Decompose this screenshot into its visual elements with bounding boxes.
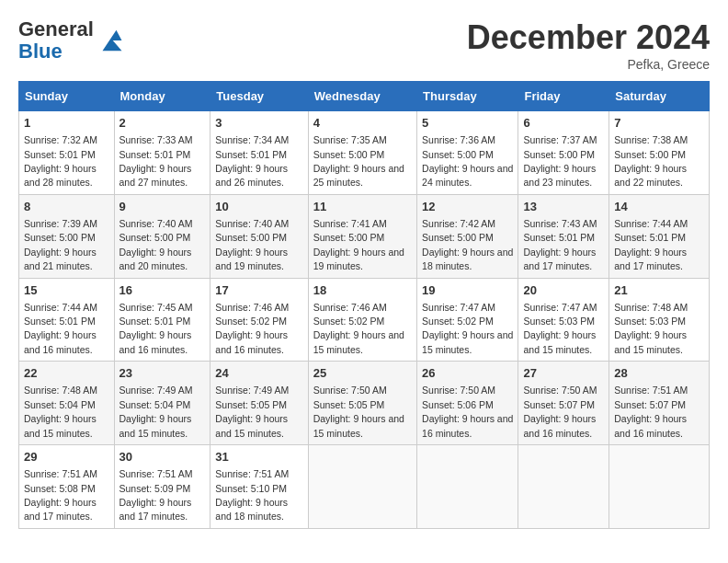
logo-blue-text: Blue: [18, 40, 63, 63]
day-number: 21: [614, 282, 704, 299]
calendar-cell: 2Sunrise: 7:33 AMSunset: 5:01 PMDaylight…: [114, 111, 210, 195]
calendar-week-row: 22Sunrise: 7:48 AMSunset: 5:04 PMDayligh…: [19, 362, 710, 445]
logo-general-text: General: [18, 17, 94, 40]
day-info: Sunrise: 7:47 AMSunset: 5:02 PMDaylight:…: [422, 302, 513, 355]
logo: General Blue: [18, 18, 123, 63]
day-number: 28: [614, 365, 704, 382]
day-number: 5: [422, 115, 513, 132]
day-info: Sunrise: 7:51 AMSunset: 5:10 PMDaylight:…: [215, 468, 289, 522]
day-number: 18: [313, 282, 412, 299]
day-info: Sunrise: 7:35 AMSunset: 5:00 PMDaylight:…: [313, 134, 404, 188]
day-number: 27: [523, 365, 604, 382]
day-info: Sunrise: 7:45 AMSunset: 5:01 PMDaylight:…: [119, 302, 193, 355]
day-info: Sunrise: 7:37 AMSunset: 5:00 PMDaylight:…: [523, 134, 597, 188]
calendar-cell: 20Sunrise: 7:47 AMSunset: 5:03 PMDayligh…: [518, 278, 609, 362]
day-number: 1: [24, 115, 109, 132]
day-number: 24: [215, 365, 302, 382]
day-info: Sunrise: 7:50 AMSunset: 5:05 PMDaylight:…: [313, 385, 404, 438]
calendar-cell: 11Sunrise: 7:41 AMSunset: 5:00 PMDayligh…: [308, 194, 416, 278]
calendar-cell: 9Sunrise: 7:40 AMSunset: 5:00 PMDaylight…: [114, 194, 210, 278]
col-sunday: Sunday: [19, 82, 115, 111]
calendar-week-row: 29Sunrise: 7:51 AMSunset: 5:08 PMDayligh…: [19, 445, 710, 529]
col-thursday: Thursday: [417, 82, 518, 111]
day-info: Sunrise: 7:46 AMSunset: 5:02 PMDaylight:…: [215, 302, 289, 355]
logo-icon: [96, 27, 123, 54]
calendar-week-row: 15Sunrise: 7:44 AMSunset: 5:01 PMDayligh…: [19, 278, 710, 362]
svg-marker-0: [102, 30, 121, 52]
day-number: 26: [422, 365, 513, 382]
calendar-cell: 17Sunrise: 7:46 AMSunset: 5:02 PMDayligh…: [210, 278, 308, 362]
col-wednesday: Wednesday: [308, 82, 416, 111]
calendar-cell: [308, 445, 416, 529]
day-info: Sunrise: 7:42 AMSunset: 5:00 PMDaylight:…: [422, 218, 513, 271]
col-tuesday: Tuesday: [210, 82, 308, 111]
calendar-cell: 30Sunrise: 7:51 AMSunset: 5:09 PMDayligh…: [114, 445, 210, 529]
day-number: 7: [614, 115, 704, 132]
day-info: Sunrise: 7:40 AMSunset: 5:00 PMDaylight:…: [215, 218, 289, 271]
day-info: Sunrise: 7:44 AMSunset: 5:01 PMDaylight:…: [614, 218, 688, 271]
calendar-cell: 5Sunrise: 7:36 AMSunset: 5:00 PMDaylight…: [417, 111, 518, 195]
day-number: 2: [119, 115, 206, 132]
day-info: Sunrise: 7:43 AMSunset: 5:01 PMDaylight:…: [523, 218, 597, 271]
calendar-cell: [609, 445, 710, 529]
day-number: 16: [119, 282, 206, 299]
calendar-cell: 3Sunrise: 7:34 AMSunset: 5:01 PMDaylight…: [210, 111, 308, 195]
day-info: Sunrise: 7:47 AMSunset: 5:03 PMDaylight:…: [523, 302, 597, 355]
day-number: 15: [24, 282, 109, 299]
calendar-cell: 10Sunrise: 7:40 AMSunset: 5:00 PMDayligh…: [210, 194, 308, 278]
day-number: 8: [24, 199, 109, 215]
col-saturday: Saturday: [609, 82, 710, 111]
day-info: Sunrise: 7:49 AMSunset: 5:04 PMDaylight:…: [119, 385, 193, 438]
day-info: Sunrise: 7:44 AMSunset: 5:01 PMDaylight:…: [24, 302, 97, 355]
day-number: 31: [215, 449, 302, 465]
day-info: Sunrise: 7:50 AMSunset: 5:07 PMDaylight:…: [523, 385, 597, 438]
day-number: 23: [119, 365, 206, 382]
month-year-title: December 2024: [467, 18, 710, 57]
day-info: Sunrise: 7:38 AMSunset: 5:00 PMDaylight:…: [614, 134, 688, 188]
day-number: 17: [215, 282, 302, 299]
calendar-cell: 12Sunrise: 7:42 AMSunset: 5:00 PMDayligh…: [417, 194, 518, 278]
day-info: Sunrise: 7:32 AMSunset: 5:01 PMDaylight:…: [24, 134, 97, 188]
calendar-cell: 6Sunrise: 7:37 AMSunset: 5:00 PMDaylight…: [518, 111, 609, 195]
calendar-cell: 29Sunrise: 7:51 AMSunset: 5:08 PMDayligh…: [19, 445, 115, 529]
day-info: Sunrise: 7:41 AMSunset: 5:00 PMDaylight:…: [313, 218, 404, 271]
calendar-cell: 27Sunrise: 7:50 AMSunset: 5:07 PMDayligh…: [518, 362, 609, 445]
calendar-cell: 1Sunrise: 7:32 AMSunset: 5:01 PMDaylight…: [19, 111, 115, 195]
day-number: 30: [119, 449, 206, 465]
calendar-cell: 7Sunrise: 7:38 AMSunset: 5:00 PMDaylight…: [609, 111, 710, 195]
day-number: 20: [523, 282, 604, 299]
day-number: 10: [215, 199, 302, 215]
day-number: 4: [313, 115, 412, 132]
day-info: Sunrise: 7:48 AMSunset: 5:03 PMDaylight:…: [614, 302, 688, 355]
col-monday: Monday: [114, 82, 210, 111]
day-number: 13: [523, 199, 604, 215]
day-info: Sunrise: 7:34 AMSunset: 5:01 PMDaylight:…: [215, 134, 289, 188]
calendar-week-row: 1Sunrise: 7:32 AMSunset: 5:01 PMDaylight…: [19, 111, 710, 195]
calendar-cell: 31Sunrise: 7:51 AMSunset: 5:10 PMDayligh…: [210, 445, 308, 529]
calendar-cell: 8Sunrise: 7:39 AMSunset: 5:00 PMDaylight…: [19, 194, 115, 278]
day-number: 25: [313, 365, 412, 382]
day-number: 22: [24, 365, 109, 382]
title-block: December 2024 Pefka, Greece: [467, 18, 710, 72]
day-info: Sunrise: 7:49 AMSunset: 5:05 PMDaylight:…: [215, 385, 289, 438]
calendar-cell: 28Sunrise: 7:51 AMSunset: 5:07 PMDayligh…: [609, 362, 710, 445]
calendar-cell: 26Sunrise: 7:50 AMSunset: 5:06 PMDayligh…: [417, 362, 518, 445]
header-row: Sunday Monday Tuesday Wednesday Thursday…: [19, 82, 710, 111]
day-info: Sunrise: 7:48 AMSunset: 5:04 PMDaylight:…: [24, 385, 97, 438]
day-info: Sunrise: 7:33 AMSunset: 5:01 PMDaylight:…: [119, 134, 193, 188]
calendar-cell: 4Sunrise: 7:35 AMSunset: 5:00 PMDaylight…: [308, 111, 416, 195]
day-number: 12: [422, 199, 513, 215]
col-friday: Friday: [518, 82, 609, 111]
day-info: Sunrise: 7:36 AMSunset: 5:00 PMDaylight:…: [422, 134, 513, 188]
calendar-cell: 15Sunrise: 7:44 AMSunset: 5:01 PMDayligh…: [19, 278, 115, 362]
day-number: 6: [523, 115, 604, 132]
calendar-week-row: 8Sunrise: 7:39 AMSunset: 5:00 PMDaylight…: [19, 194, 710, 278]
day-number: 14: [614, 199, 704, 215]
day-number: 29: [24, 449, 109, 465]
calendar-table: Sunday Monday Tuesday Wednesday Thursday…: [18, 81, 710, 529]
day-number: 3: [215, 115, 302, 132]
day-number: 11: [313, 199, 412, 215]
calendar-cell: [518, 445, 609, 529]
calendar-cell: 14Sunrise: 7:44 AMSunset: 5:01 PMDayligh…: [609, 194, 710, 278]
calendar-cell: 16Sunrise: 7:45 AMSunset: 5:01 PMDayligh…: [114, 278, 210, 362]
